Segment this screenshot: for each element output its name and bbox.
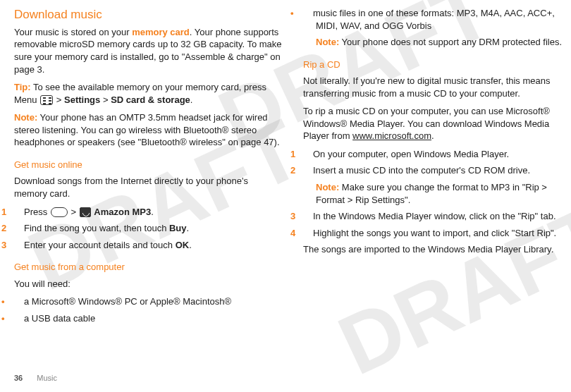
note-paragraph: Note: Your phone has an OMTP 3.5mm heads… <box>14 111 282 149</box>
rip-link[interactable]: www.microsoft.com <box>352 130 431 141</box>
amazon-icon <box>80 207 91 217</box>
page-number: 36 <box>14 374 23 382</box>
s4-text: Highlight the songs you want to import, … <box>313 228 556 238</box>
right-column: •music files in one of these formats: MP… <box>303 7 571 329</box>
note-label: Note: <box>316 182 339 192</box>
b1-text: a Microsoft® Windows® PC or Apple® Macin… <box>24 296 231 307</box>
tip-sd: SD card & storage <box>111 94 190 105</box>
note-label: Note: <box>316 37 339 47</box>
intro-highlight: memory card <box>132 27 190 37</box>
step-number: 3 <box>14 239 24 252</box>
rip-step-2-note: Note: Make sure you change the format to… <box>303 181 571 206</box>
step1-amazon: Amazon MP3 <box>94 207 151 217</box>
step3-ok: OK <box>176 240 190 250</box>
rip-outro: The songs are imported to the Windows Me… <box>303 243 571 256</box>
s1-text: On your computer, open Windows Media Pla… <box>313 149 509 159</box>
left-column: Download music Your music is stored on y… <box>14 7 282 329</box>
s2-note-text: Make sure you change the format to MP3 i… <box>316 182 547 205</box>
bullet-3: •music files in one of these formats: MP… <box>303 7 571 32</box>
b2-text: a USB data cable <box>24 313 95 324</box>
menu-icon <box>40 95 53 105</box>
rip-p2: To rip a music CD on your computer, you … <box>303 105 571 142</box>
s3-text: In the Windows Media Player window, clic… <box>313 211 556 221</box>
step-number: 2 <box>14 222 24 235</box>
sub2-text: You will need: <box>14 278 282 290</box>
step-2: 2Find the song you want, then touch Buy. <box>14 222 282 235</box>
bullet-2: •a USB data cable <box>14 312 282 325</box>
intro-pre: Your music is stored on your <box>14 27 132 37</box>
step-3: 3Enter your account details and touch OK… <box>14 239 282 252</box>
tip-paragraph: Tip: To see the available memory on your… <box>14 81 282 106</box>
subhead-get-online: Get music online <box>14 159 282 171</box>
rip-step-1: 1On your computer, open Windows Media Pl… <box>303 148 571 161</box>
note-label: Note: <box>14 112 37 123</box>
bullet-icon: • <box>303 7 313 20</box>
step2-pre: Find the song you want, then touch <box>24 223 169 233</box>
step-number: 4 <box>303 227 313 240</box>
bullet-3-note: Note: Your phone does not support any DR… <box>303 36 571 49</box>
note-text: Your phone has an OMTP 3.5mm headset jac… <box>14 112 280 147</box>
tip-label: Tip: <box>14 82 31 92</box>
section-title: Download music <box>14 7 282 23</box>
step2-buy: Buy <box>169 223 187 233</box>
step-number: 3 <box>303 210 313 223</box>
b3-text: music files in one of these formats: MP3… <box>313 8 555 31</box>
note-text: Your phone does not support any DRM prot… <box>339 37 562 47</box>
gt: > <box>56 94 62 105</box>
intro-paragraph: Your music is stored on your memory card… <box>14 26 282 75</box>
step1-press: Press <box>24 207 50 217</box>
s2-text: Insert a music CD into the computer's CD… <box>313 165 530 176</box>
step-1: 1Press > Amazon MP3. <box>14 206 282 219</box>
rip-step-4: 4Highlight the songs you want to import,… <box>303 227 571 240</box>
rip-p1: Not literally. If you're new to digital … <box>303 75 571 99</box>
gt: > <box>70 207 76 217</box>
rip-step-3: 3In the Windows Media Player window, cli… <box>303 210 571 223</box>
step-number: 2 <box>303 164 313 177</box>
step3-pre: Enter your account details and touch <box>24 240 176 250</box>
bullet-icon: • <box>14 295 24 308</box>
footer-section: Music <box>37 374 57 382</box>
step-number: 1 <box>303 148 313 161</box>
subhead-rip: Rip a CD <box>303 59 571 71</box>
home-icon <box>51 207 68 217</box>
rip-step-2: 2Insert a music CD into the computer's C… <box>303 164 571 177</box>
sub1-text: Download songs from the Internet directl… <box>14 175 282 200</box>
step-number: 1 <box>14 206 24 219</box>
gt: > <box>103 94 109 105</box>
page-footer: 36Music <box>14 374 57 382</box>
bullet-icon: • <box>14 312 24 325</box>
bullet-1: •a Microsoft® Windows® PC or Apple® Maci… <box>14 295 282 308</box>
subhead-get-computer: Get music from a computer <box>14 261 282 274</box>
tip-settings: Settings <box>64 94 100 105</box>
